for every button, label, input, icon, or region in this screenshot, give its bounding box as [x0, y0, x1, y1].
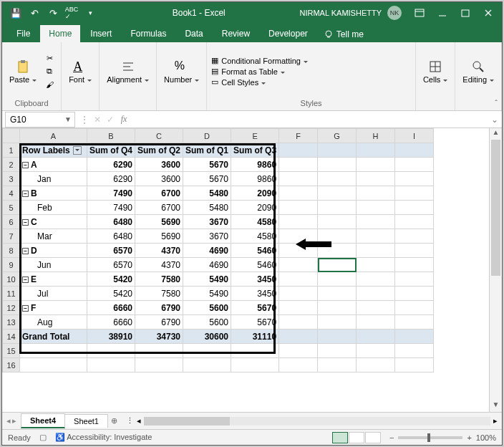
sheet-tab-active[interactable]: Sheet4: [21, 413, 65, 428]
cell[interactable]: 7490: [87, 201, 135, 215]
col-header[interactable]: B: [87, 129, 135, 143]
cell[interactable]: [318, 186, 357, 201]
cell[interactable]: 6660: [87, 301, 135, 315]
qat-customize-icon[interactable]: ▾: [82, 5, 98, 21]
sheet-nav-first-icon[interactable]: ◂: [6, 416, 11, 426]
cell[interactable]: [279, 201, 318, 215]
select-all-button[interactable]: [3, 129, 20, 143]
grid[interactable]: A B C D E F G H I 1Row LabelsSum of Q4Su…: [2, 128, 489, 412]
cell[interactable]: 6700: [135, 201, 183, 215]
cell[interactable]: [318, 315, 357, 330]
cell[interactable]: 3600: [135, 172, 183, 186]
paste-button[interactable]: Paste: [6, 58, 39, 85]
copy-icon[interactable]: ⧉: [42, 66, 57, 77]
cell[interactable]: [279, 158, 318, 172]
cell[interactable]: [395, 229, 434, 244]
cancel-icon[interactable]: ✕: [91, 115, 104, 125]
cell[interactable]: 4690: [183, 258, 231, 272]
cell[interactable]: [357, 258, 395, 272]
cell[interactable]: Sum of Q2: [135, 143, 183, 158]
row-header[interactable]: 10: [3, 272, 20, 287]
cell[interactable]: [395, 301, 434, 315]
maximize-icon[interactable]: [455, 3, 476, 23]
col-header[interactable]: C: [135, 129, 183, 143]
zoom-in-icon[interactable]: +: [467, 433, 471, 442]
editing-button[interactable]: Editing: [460, 58, 497, 85]
scroll-thumb[interactable]: [491, 140, 500, 276]
cell[interactable]: −B: [20, 186, 87, 201]
cell[interactable]: [357, 344, 395, 358]
table-row[interactable]: 5Feb7490670054802090: [3, 201, 434, 215]
col-header[interactable]: H: [357, 129, 395, 143]
cell[interactable]: [395, 172, 434, 186]
tab-formulas[interactable]: Formulas: [122, 25, 175, 42]
cell[interactable]: 6660: [87, 315, 135, 330]
cell[interactable]: [231, 344, 279, 358]
zoom-slider[interactable]: [398, 436, 462, 439]
chevron-down-icon[interactable]: ▼: [64, 115, 74, 123]
table-row[interactable]: 15: [3, 344, 434, 358]
cell[interactable]: −C: [20, 215, 87, 229]
cell[interactable]: 6290: [87, 172, 135, 186]
cell[interactable]: [231, 358, 279, 372]
cell[interactable]: [318, 358, 357, 372]
cell[interactable]: [318, 201, 357, 215]
cell[interactable]: 34730: [135, 330, 183, 344]
close-icon[interactable]: [478, 3, 499, 23]
cell[interactable]: 2090: [231, 201, 279, 215]
zoom-level[interactable]: 100%: [476, 433, 496, 442]
table-row[interactable]: 4−B7490670054802090: [3, 186, 434, 201]
cell[interactable]: 6570: [87, 244, 135, 258]
cell[interactable]: 4370: [135, 258, 183, 272]
expand-formula-bar-icon[interactable]: ⌄: [488, 115, 502, 125]
cell[interactable]: [318, 172, 357, 186]
cell[interactable]: [395, 272, 434, 287]
tab-file[interactable]: File: [8, 25, 39, 42]
table-row[interactable]: 16: [3, 358, 434, 372]
fx-icon[interactable]: fx: [117, 114, 131, 125]
cell[interactable]: [279, 186, 318, 201]
cell[interactable]: [279, 315, 318, 330]
cell[interactable]: [395, 287, 434, 301]
cell[interactable]: −D: [20, 244, 87, 258]
cell-styles-button[interactable]: ▭Cell Styles: [211, 77, 308, 87]
scroll-down-icon[interactable]: ▼: [490, 400, 502, 412]
cell[interactable]: [318, 143, 357, 158]
collapse-icon[interactable]: −: [22, 162, 29, 168]
cell[interactable]: 3670: [183, 229, 231, 244]
tab-review[interactable]: Review: [213, 25, 258, 42]
collapse-icon[interactable]: −: [22, 219, 29, 226]
normal-view-icon[interactable]: [332, 432, 348, 443]
cell[interactable]: Mar: [20, 229, 87, 244]
enter-icon[interactable]: ✓: [104, 115, 117, 125]
table-row[interactable]: 8−D6570437046905460: [3, 244, 434, 258]
cell[interactable]: [318, 215, 357, 229]
table-row[interactable]: 2−A6290360056709860: [3, 158, 434, 172]
alignment-button[interactable]: Alignment: [104, 58, 152, 85]
cell[interactable]: [318, 301, 357, 315]
scroll-left-icon[interactable]: ◂: [137, 416, 141, 426]
cell[interactable]: [318, 287, 357, 301]
scroll-right-icon[interactable]: ▸: [493, 416, 498, 426]
tab-data[interactable]: Data: [176, 25, 211, 42]
collapse-icon[interactable]: −: [22, 248, 29, 254]
cell[interactable]: Sum of Q4: [87, 143, 135, 158]
table-row[interactable]: 10−E5420758054903450: [3, 272, 434, 287]
cell[interactable]: [318, 158, 357, 172]
col-header[interactable]: I: [395, 129, 434, 143]
cell[interactable]: [395, 358, 434, 372]
cell[interactable]: [357, 301, 395, 315]
cell[interactable]: [395, 258, 434, 272]
cell[interactable]: 6290: [87, 158, 135, 172]
row-header[interactable]: 3: [3, 172, 20, 186]
cell[interactable]: [395, 215, 434, 229]
cell[interactable]: 5490: [183, 272, 231, 287]
minimize-icon[interactable]: [432, 3, 453, 23]
cell[interactable]: 6570: [87, 258, 135, 272]
row-header[interactable]: 6: [3, 215, 20, 229]
cell[interactable]: [395, 143, 434, 158]
cell[interactable]: Jan: [20, 172, 87, 186]
cell[interactable]: [395, 344, 434, 358]
redo-icon[interactable]: ↷: [45, 5, 61, 21]
cell[interactable]: [318, 258, 357, 272]
